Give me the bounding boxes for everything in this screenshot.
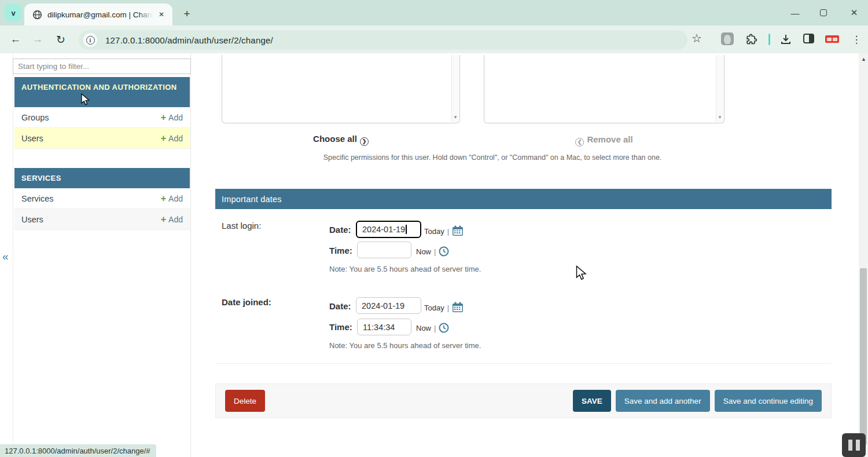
plus-icon: + <box>161 133 166 144</box>
download-icon[interactable] <box>780 34 792 45</box>
calendar-icon[interactable] <box>452 225 464 236</box>
plus-icon: + <box>161 112 166 123</box>
date-joined-date-input[interactable]: 2024-01-19 <box>356 297 421 314</box>
last-login-time-input[interactable] <box>357 242 411 258</box>
sidebar-collapse-button[interactable]: « <box>2 250 9 263</box>
now-link[interactable]: Now <box>416 247 431 256</box>
sidebar-section-auth[interactable]: Authentication and Authorization <box>14 77 190 107</box>
add-user-link[interactable]: + Add <box>161 133 183 144</box>
text-caret <box>406 225 407 234</box>
remove-all-link[interactable]: ❮Remove all <box>484 134 724 147</box>
time-label: Time: <box>329 246 352 255</box>
today-link[interactable]: Today <box>424 304 444 312</box>
users-link[interactable]: Users <box>21 134 161 143</box>
available-permissions-select[interactable]: ▼ <box>222 55 460 123</box>
new-tab-button[interactable]: + <box>179 6 194 21</box>
save-button[interactable]: SAVE <box>573 390 611 412</box>
tab-search-button[interactable]: v <box>5 4 22 21</box>
extension-badge-icon[interactable] <box>825 35 839 43</box>
url-text: 127.0.0.1:8000/admin/auth/user/2/change/ <box>105 35 273 45</box>
window-close-button[interactable]: ✕ <box>847 6 862 20</box>
choose-all-arrow-icon: ❯ <box>360 137 369 146</box>
sidebar-filter-input[interactable] <box>13 59 191 74</box>
globe-favicon-icon <box>32 10 42 20</box>
sidebar-item-users-2: Users + Add <box>14 209 190 230</box>
users2-link[interactable]: Users <box>21 215 161 224</box>
save-and-continue-button[interactable]: Save and continue editing <box>715 390 822 412</box>
date-shortcuts: Today| <box>424 225 464 236</box>
permissions-help-text: Specific permissions for this user. Hold… <box>215 153 770 162</box>
date-label: Date: <box>329 225 351 235</box>
tab-close-icon[interactable]: ✕ <box>156 9 167 20</box>
sidebar-section-services[interactable]: Services <box>14 168 190 188</box>
submit-row: Delete SAVE Save and add another Save an… <box>215 383 832 418</box>
side-panel-icon[interactable] <box>803 34 814 43</box>
toolbar-divider <box>768 34 770 45</box>
now-link[interactable]: Now <box>416 324 431 332</box>
time-label: Time: <box>329 322 352 332</box>
clock-icon[interactable] <box>439 323 449 333</box>
scroll-down-icon[interactable]: ▼ <box>718 115 722 120</box>
reload-icon[interactable]: ↻ <box>53 32 68 47</box>
date-joined-time-input[interactable]: 11:34:34 <box>357 319 411 335</box>
tab-title: dilipkumar@gmail.com | Chang <box>47 10 153 19</box>
plus-icon: + <box>161 193 166 204</box>
browser-tab[interactable]: dilipkumar@gmail.com | Chang ✕ <box>24 3 172 25</box>
menu-kebab-icon[interactable]: ⋮ <box>849 32 863 46</box>
scroll-down-icon[interactable]: ▼ <box>453 115 458 120</box>
select-scrollbar[interactable]: ▼ <box>716 55 723 122</box>
site-info-icon[interactable]: i <box>83 33 97 47</box>
add-user2-link[interactable]: + Add <box>161 214 183 225</box>
form-divider <box>215 363 832 364</box>
add-service-link[interactable]: + Add <box>161 193 183 204</box>
important-dates-header: Important dates <box>215 189 832 209</box>
timezone-note: Note: You are 5.5 hours ahead of server … <box>329 341 481 350</box>
window-restore-button[interactable] <box>820 9 827 16</box>
pause-bar <box>856 440 860 451</box>
date-label: Date: <box>329 301 351 311</box>
address-bar[interactable]: i 127.0.0.1:8000/admin/auth/user/2/chang… <box>79 30 687 50</box>
save-button-group: SAVE Save and add another Save and conti… <box>573 390 822 412</box>
clock-icon[interactable] <box>439 246 449 257</box>
last-login-date-input[interactable]: 2024-01-19 <box>356 221 421 238</box>
select-scrollbar[interactable]: ▼ <box>451 55 459 122</box>
sidebar-item-services: Services + Add <box>14 188 190 209</box>
bookmark-star-icon[interactable]: ☆ <box>690 31 704 45</box>
pause-bar <box>848 440 852 451</box>
scrollbar-thumb[interactable] <box>860 268 867 445</box>
choose-all-link[interactable]: Choose all❯ <box>222 134 460 146</box>
scrollbar-up-icon[interactable]: ▲ <box>861 57 866 61</box>
today-link[interactable]: Today <box>424 227 444 236</box>
timezone-note: Note: You are 5.5 hours ahead of server … <box>329 265 481 273</box>
last-login-label: Last login: <box>222 221 261 231</box>
window-minimize-button[interactable]: — <box>788 6 803 20</box>
date-joined-label: Date joined: <box>222 297 271 307</box>
groups-link[interactable]: Groups <box>21 113 161 122</box>
delete-button[interactable]: Delete <box>225 390 265 412</box>
extensions-puzzle-icon[interactable] <box>745 33 758 46</box>
time-shortcuts: Now| <box>416 323 449 333</box>
status-bar-link: 127.0.0.1:8000/admin/auth/user/2/change/… <box>0 444 156 457</box>
forward-icon[interactable]: → <box>30 32 45 47</box>
services-link[interactable]: Services <box>21 194 161 203</box>
plus-icon: + <box>161 214 166 225</box>
back-icon[interactable]: ← <box>8 32 23 47</box>
chosen-permissions-select[interactable]: ▼ <box>484 55 724 123</box>
sidebar-item-users-selected: Users + Add <box>14 128 190 149</box>
sidebar-item-groups: Groups + Add <box>14 107 190 128</box>
add-group-link[interactable]: + Add <box>161 112 183 123</box>
time-shortcuts: Now| <box>416 246 449 257</box>
pause-recording-button[interactable] <box>842 433 866 457</box>
profile-icon[interactable] <box>721 32 734 45</box>
remove-all-arrow-icon: ❮ <box>575 138 584 147</box>
date-shortcuts: Today| <box>424 302 464 313</box>
calendar-icon[interactable] <box>452 302 464 313</box>
save-and-add-button[interactable]: Save and add another <box>616 390 710 412</box>
